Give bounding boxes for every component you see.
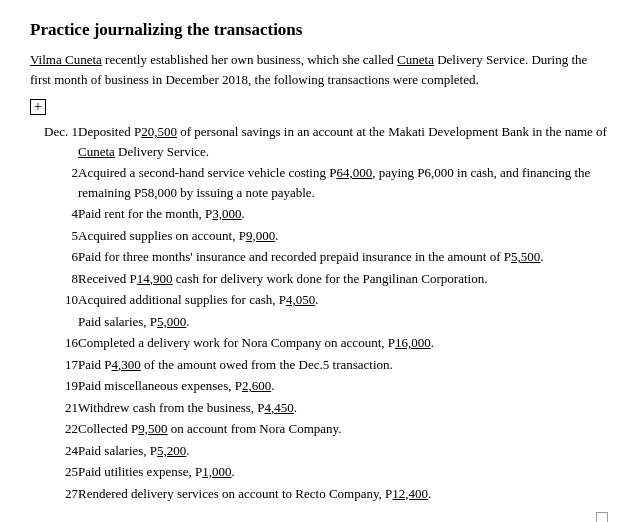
transaction-date: Dec. 1 bbox=[30, 121, 78, 162]
checkbox[interactable] bbox=[596, 512, 608, 522]
transaction-text: Paid rent for the month, P3,000. bbox=[78, 203, 608, 225]
transaction-text: Completed a delivery work for Nora Compa… bbox=[78, 332, 608, 354]
table-row: 4 Paid rent for the month, P3,000. bbox=[30, 203, 608, 225]
table-row: Dec. 1 Deposited P20,500 of personal sav… bbox=[30, 121, 608, 162]
transaction-text: Deposited P20,500 of personal savings in… bbox=[78, 121, 608, 162]
name-vilma: Vilma Cuneta bbox=[30, 52, 102, 67]
table-row: 25 Paid utilities expense, P1,000. bbox=[30, 461, 608, 483]
transaction-text: Acquired a second-hand service vehicle c… bbox=[78, 162, 608, 203]
transaction-date: 10 bbox=[30, 289, 78, 311]
table-row: 6 Paid for three months' insurance and r… bbox=[30, 246, 608, 268]
name-cuneta: Cuneta bbox=[397, 52, 434, 67]
transaction-date: 17 bbox=[30, 354, 78, 376]
transaction-date: 22 bbox=[30, 418, 78, 440]
table-row: 24 Paid salaries, P5,200. bbox=[30, 440, 608, 462]
transaction-text: Collected P9,500 on account from Nora Co… bbox=[78, 418, 608, 440]
transaction-text: Paid P4,300 of the amount owed from the … bbox=[78, 354, 608, 376]
transaction-date: 27 bbox=[30, 483, 78, 505]
transaction-text: Received P14,900 cash for delivery work … bbox=[78, 268, 608, 290]
page-title: Practice journalizing the transactions bbox=[30, 20, 608, 40]
table-row: Paid salaries, P5,000. bbox=[30, 311, 608, 333]
transaction-date: 21 bbox=[30, 397, 78, 419]
transaction-text: Rendered delivery services on account to… bbox=[78, 483, 608, 505]
transaction-date: 16 bbox=[30, 332, 78, 354]
transaction-date: 8 bbox=[30, 268, 78, 290]
table-row: 5 Acquired supplies on account, P9,000. bbox=[30, 225, 608, 247]
table-row: 10 Acquired additional supplies for cash… bbox=[30, 289, 608, 311]
transaction-text: Acquired supplies on account, P9,000. bbox=[78, 225, 608, 247]
intro-text: Vilma Cuneta recently established her ow… bbox=[30, 50, 608, 89]
transaction-text: Acquired additional supplies for cash, P… bbox=[78, 289, 608, 311]
checkbox-area bbox=[30, 512, 608, 522]
transaction-date: 6 bbox=[30, 246, 78, 268]
table-row: 22 Collected P9,500 on account from Nora… bbox=[30, 418, 608, 440]
transaction-date: 5 bbox=[30, 225, 78, 247]
transaction-text: Paid utilities expense, P1,000. bbox=[78, 461, 608, 483]
transaction-date: 4 bbox=[30, 203, 78, 225]
transaction-date bbox=[30, 311, 78, 333]
transaction-date: 24 bbox=[30, 440, 78, 462]
transaction-text: Paid salaries, P5,000. bbox=[78, 311, 608, 333]
transaction-text: Paid miscellaneous expenses, P2,600. bbox=[78, 375, 608, 397]
table-row: 19 Paid miscellaneous expenses, P2,600. bbox=[30, 375, 608, 397]
transaction-date: 19 bbox=[30, 375, 78, 397]
table-row: 17 Paid P4,300 of the amount owed from t… bbox=[30, 354, 608, 376]
table-row: 27 Rendered delivery services on account… bbox=[30, 483, 608, 505]
transaction-date: 2 bbox=[30, 162, 78, 203]
transaction-text: Paid salaries, P5,200. bbox=[78, 440, 608, 462]
table-row: 16 Completed a delivery work for Nora Co… bbox=[30, 332, 608, 354]
table-row: 2 Acquired a second-hand service vehicle… bbox=[30, 162, 608, 203]
expand-button[interactable]: + bbox=[30, 99, 46, 115]
table-row: 21 Withdrew cash from the business, P4,4… bbox=[30, 397, 608, 419]
transaction-text: Paid for three months' insurance and rec… bbox=[78, 246, 608, 268]
transaction-date: 25 bbox=[30, 461, 78, 483]
table-row: 8 Received P14,900 cash for delivery wor… bbox=[30, 268, 608, 290]
transaction-text: Withdrew cash from the business, P4,450. bbox=[78, 397, 608, 419]
transactions-table: Dec. 1 Deposited P20,500 of personal sav… bbox=[30, 121, 608, 504]
